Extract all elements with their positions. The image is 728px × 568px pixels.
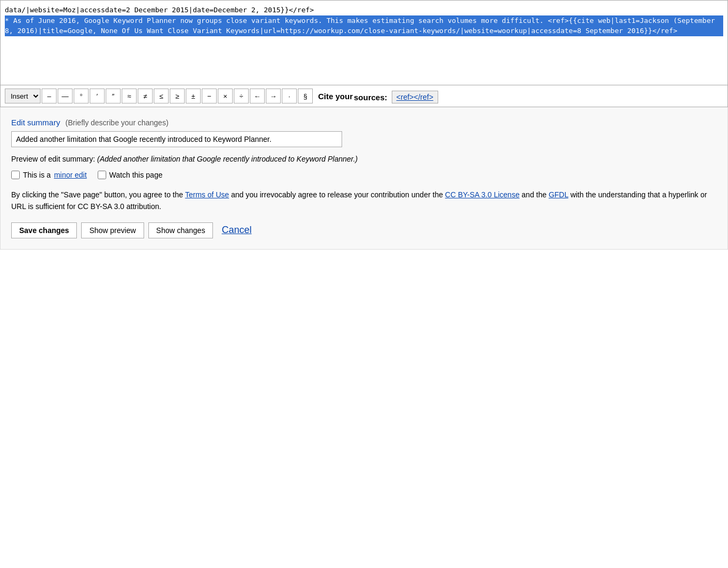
edit-summary-section: Edit summary (Briefly describe your chan… — [11, 118, 717, 147]
ref-button[interactable]: <ref></ref> — [392, 91, 438, 103]
bottom-section: Edit summary (Briefly describe your chan… — [0, 107, 728, 250]
cite-label: Cite your — [318, 92, 353, 101]
show-preview-button[interactable]: Show preview — [81, 222, 144, 238]
toolbar-btn-minus[interactable]: − — [202, 89, 217, 103]
gfdl-link[interactable]: GFDL — [549, 190, 568, 199]
toolbar-btn-divide[interactable]: ÷ — [234, 89, 249, 103]
editor-wrapper: data/|website=Moz|accessdate=2 December … — [0, 0, 728, 85]
toolbar-btn-times[interactable]: × — [218, 89, 233, 103]
toolbar-btn-prime[interactable]: ′ — [90, 89, 105, 103]
editor-normal-text: data/|website=Moz|accessdate=2 December … — [5, 6, 314, 14]
cancel-button[interactable]: Cancel — [217, 222, 256, 238]
toolbar-btn-double-prime[interactable]: ″ — [106, 89, 121, 103]
toolbar-btn-greater-equal[interactable]: ≥ — [170, 89, 185, 103]
toolbar-btn-en-dash[interactable]: – — [42, 89, 57, 103]
save-changes-button[interactable]: Save changes — [11, 222, 77, 238]
minor-edit-link[interactable]: minor edit — [54, 171, 86, 179]
toolbar-btn-less-equal[interactable]: ≤ — [154, 89, 169, 103]
watch-page-checkbox[interactable] — [98, 171, 106, 179]
minor-edit-checkbox-label[interactable]: This is a minor edit — [11, 171, 87, 179]
toolbar: Insert – — ° ′ ″ ≈ ≠ ≤ ≥ ± − × ÷ ← → · §… — [0, 85, 728, 107]
toolbar-btn-not-equal[interactable]: ≠ — [138, 89, 153, 103]
edit-summary-description: (Briefly describe your changes) — [66, 118, 169, 127]
edit-summary-input[interactable] — [11, 131, 342, 147]
toolbar-btn-section[interactable]: § — [298, 89, 313, 103]
insert-dropdown[interactable]: Insert — [5, 89, 41, 103]
cc-license-link[interactable]: CC BY-SA 3.0 License — [445, 190, 520, 199]
editor-selected-text: * As of June 2016, Google Keyword Planne… — [5, 15, 723, 36]
watch-page-checkbox-label[interactable]: Watch this page — [98, 171, 163, 179]
terms-of-use-link[interactable]: Terms of Use — [185, 190, 229, 199]
toolbar-btn-em-dash[interactable]: — — [58, 89, 73, 103]
checkboxes-row: This is a minor edit Watch this page — [11, 171, 717, 179]
legal-text: By clicking the "Save page" button, you … — [11, 189, 717, 213]
preview-text: (Added another limitation that Google re… — [97, 155, 358, 163]
sources-label: sources: — [354, 93, 387, 102]
edit-summary-link[interactable]: Edit summary — [11, 118, 60, 127]
toolbar-btn-left-arrow[interactable]: ← — [250, 89, 265, 103]
toolbar-btn-approx[interactable]: ≈ — [122, 89, 137, 103]
preview-label: Preview of edit summary: (Added another … — [11, 155, 717, 163]
minor-edit-text: This is a — [23, 171, 51, 179]
action-buttons: Save changes Show preview Show changes C… — [11, 222, 717, 238]
watch-page-label: Watch this page — [109, 171, 163, 179]
show-changes-button[interactable]: Show changes — [148, 222, 213, 238]
toolbar-btn-middle-dot[interactable]: · — [282, 89, 297, 103]
editor-area[interactable]: data/|website=Moz|accessdate=2 December … — [0, 0, 728, 85]
sources-row: sources: <ref></ref> — [354, 91, 438, 103]
toolbar-btn-degree[interactable]: ° — [74, 89, 89, 103]
toolbar-btn-right-arrow[interactable]: → — [266, 89, 281, 103]
toolbar-btn-plus-minus[interactable]: ± — [186, 89, 201, 103]
minor-edit-checkbox[interactable] — [11, 171, 20, 179]
